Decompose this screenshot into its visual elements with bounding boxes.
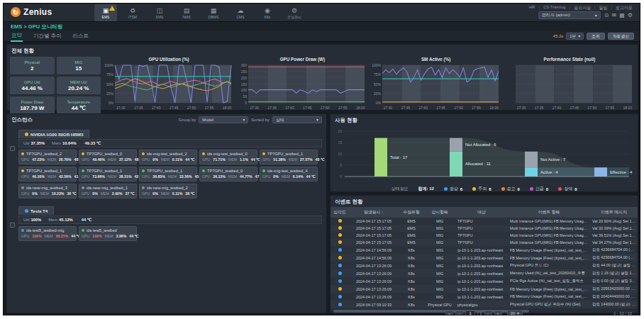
- page-size-select[interactable]: 20▾: [507, 310, 523, 315]
- chart-title: GPU Utilization (%): [104, 57, 234, 63]
- group-by-select[interactable]: Model▾: [199, 116, 248, 123]
- apps-icon[interactable]: ▦: [619, 12, 625, 18]
- event-target: ip-10-1-1-203.ap-northeast: [455, 246, 508, 254]
- tab-기간별 추이[interactable]: 기간별 추이: [33, 31, 62, 41]
- auto-refresh-button[interactable]: 자동갱신: [608, 33, 634, 40]
- last-page-button[interactable]: »: [494, 310, 502, 316]
- next-page-button[interactable]: ›: [484, 310, 492, 316]
- column-header[interactable]: 감시항목: [424, 207, 455, 218]
- event-item: FB Memory Usage (Free) (bytes)_val_test_…: [508, 293, 590, 301]
- tab-리스트[interactable]: 리스트: [72, 31, 90, 41]
- prev-page-button[interactable]: ‹: [455, 310, 463, 316]
- menu-item-itsm[interactable]: ♻ITSM: [121, 4, 144, 21]
- legend-item[interactable]: 긴급0: [530, 186, 548, 192]
- instance-card[interactable]: TP7GPU_testbed_1GPU73.66%MEM28.51%42 ℃: [79, 167, 137, 181]
- instance-card[interactable]: ids-new-mig_testbed_1GPU0%MEM2.92%37 ℃: [79, 184, 137, 198]
- column-header[interactable]: 대상: [455, 207, 508, 218]
- profile-icon[interactable]: ⊙: [604, 12, 609, 18]
- svg-text:Active : 4: Active : 4: [540, 170, 558, 174]
- instance-card[interactable]: TP7GPU_testbed_2GPU47.23%MEM26.76%48 ℃: [18, 150, 77, 164]
- top-link[interactable]: HR: [529, 5, 535, 11]
- instance-card[interactable]: TP7GPU_testbed_0GPU49.46%MEM27.12%48 ℃: [79, 150, 137, 164]
- top-link[interactable]: 원격지원: [574, 5, 591, 11]
- instance-card[interactable]: ids-new-mig_testbed_2GPU0%MEM0.11%38 ℃: [139, 184, 197, 198]
- column-header[interactable]: 발생일시 ↓: [349, 207, 399, 218]
- legend-item[interactable]: 주의6: [472, 186, 491, 192]
- instance-card[interactable]: TP7GPU_testbed_1GPU51.38%MEM27.57%48 ℃: [260, 150, 318, 164]
- top-link[interactable]: 로그아웃: [616, 5, 633, 11]
- instance-card[interactable]: ids-mig-test_testbed_4GPU0%MEM0.14%44 ℃: [260, 167, 318, 181]
- chart-plot: 300250200150100500: [237, 63, 367, 106]
- usage-legend: 상태정보합계: 12정상6주의6경고0긴급0장애0: [331, 186, 638, 192]
- menu-item-nms[interactable]: ▤NMS: [175, 4, 198, 21]
- group-checkbox[interactable]: [10, 223, 15, 228]
- top-link[interactable]: CS Training: [543, 5, 565, 11]
- instance-name: TP7GPU_testbed_0: [207, 169, 243, 173]
- overview-panel: 전체 현황 Physical2MIG15GPU Util44.46 %MEM U…: [6, 44, 638, 111]
- event-row[interactable]: 2024-04-17 13:26:09K8sMIGip-10-1-1-203.a…: [331, 262, 638, 269]
- event-row[interactable]: 2024-04-17 13:26:09K8sMIGip-10-1-1-203.a…: [331, 285, 638, 293]
- column-header[interactable]: 이벤트 항목: [508, 207, 590, 218]
- legend-item[interactable]: 장애0: [558, 186, 577, 192]
- menu-item-label: CMS: [236, 15, 244, 19]
- breadcrumb-bar: EMS > GPU 모니터링: [4, 22, 640, 31]
- instance-name: TP7GPU_testbed_2: [26, 152, 62, 156]
- menu-item-운영관리[interactable]: ⚙운영관리: [283, 4, 306, 21]
- instance-card[interactable]: TP7GPU_testbed_1GPU36.85%MEM33.56%45 ℃: [139, 167, 197, 181]
- status-dot-icon: [262, 152, 265, 155]
- user-select[interactable]: 관리자 (admin) ▾: [538, 11, 601, 19]
- event-row[interactable]: 2024-04-17 14:56:09K8sMIGip-10-1-1-203.a…: [331, 246, 638, 254]
- event-row[interactable]: 2024-04-17 13:26:09K8sMIGip-10-1-1-203.a…: [331, 277, 638, 285]
- menu-item-label: NMS: [182, 15, 190, 19]
- legend-item[interactable]: 경고0: [501, 186, 520, 192]
- event-row[interactable]: 2024-04-17 15:17:05EMSMIGTP7GPUMulti Ins…: [331, 232, 638, 239]
- svg-text:200: 200: [241, 76, 248, 80]
- event-row[interactable]: 2024-04-17 13:26:09K8sMIGip-10-1-1-203.a…: [331, 269, 638, 277]
- menu-item-cms[interactable]: ☁CMS: [229, 4, 252, 21]
- logo[interactable]: ↻ Zenius: [11, 7, 52, 17]
- instance-card[interactable]: ids-test5_testbed-migGPU100%MEM89.25%44 …: [18, 226, 77, 241]
- sort-by-select[interactable]: 상태▾: [272, 116, 322, 123]
- group-header[interactable]: NVIDIA H100 80GB HBM3: [18, 130, 89, 138]
- menu-item-sms[interactable]: ◫SMS: [148, 4, 171, 21]
- group-checkbox[interactable]: [10, 146, 15, 151]
- event-row[interactable]: 2024-04-17 15:17:05EMSMIGTP7GPUMulti Ins…: [331, 239, 638, 246]
- instance-group: Tesla T4Util100%Mem45.12%44 ℃ids-test5_t…: [18, 203, 322, 241]
- instance-card[interactable]: ids-mig-test_testbed_2GPU0%MEM0.11%44 ℃: [139, 150, 197, 164]
- event-row[interactable]: 2024-04-17 15:17:05EMSMIGTP7GPUMulti Ins…: [331, 218, 638, 225]
- column-header[interactable]: 이벤트 메시지: [590, 207, 638, 218]
- svg-text:50%: 50%: [373, 82, 381, 86]
- tab-요약[interactable]: 요약: [11, 30, 23, 42]
- menu-item-k8s[interactable]: ◉K8s: [256, 4, 279, 21]
- instance-card[interactable]: ids-test5_testbedGPU100%MEM2.96%44 ℃: [79, 226, 137, 241]
- group-header[interactable]: Tesla T4: [18, 206, 54, 215]
- instance-card-header: TP7GPU_testbed_1: [82, 169, 134, 173]
- instance-card[interactable]: TP7GPU_testbed_1GPU40.16%MEM42.56%41 ℃: [18, 167, 77, 181]
- current-page[interactable]: 1: [465, 310, 475, 316]
- instance-card[interactable]: ids-mig-test_testbed_0GPU71.71%MEM1.1%44…: [199, 150, 257, 164]
- event-row[interactable]: 2024-04-17 13:26:09K8sMIGip-10-1-1-203.a…: [331, 293, 638, 301]
- mem-label: MEM: [168, 174, 177, 179]
- top-link[interactable]: 알림: [599, 5, 607, 11]
- event-row[interactable]: 2024-04-17 15:17:05EMSMIGTP7GPUMulti Ins…: [331, 225, 638, 232]
- event-row[interactable]: 2024-04-17 09:10:33K8sPhysical GPUphysic…: [331, 301, 638, 308]
- instance-card[interactable]: TP7GPU_testbed_0GPU36.12%MEM44.77%47 ℃: [199, 167, 257, 181]
- event-target: TP7GPU: [455, 225, 508, 232]
- column-header[interactable]: 수집유형: [399, 207, 424, 218]
- column-header[interactable]: 심각도: [331, 207, 349, 218]
- event-row[interactable]: 2024-04-17 14:56:09K8sMIGip-10-1-1-203.a…: [331, 254, 638, 262]
- group-stat-value: 37.35%: [30, 141, 45, 145]
- instance-card[interactable]: ids-new-mig_testbed_3GPU0%MEM16.23%36 ℃: [18, 184, 77, 198]
- menu-item-dbms[interactable]: ▦DBMS: [202, 4, 225, 21]
- mail-icon[interactable]: ✉: [612, 12, 617, 18]
- search-button[interactable]: 조회: [587, 33, 605, 40]
- nms-icon: ▤: [184, 7, 190, 14]
- event-message: Val 30.39% (Avg) Set 10.00% (More than): [590, 225, 638, 232]
- menu-item-ems[interactable]: ▣EMS: [94, 4, 117, 21]
- stat-value: 187.79 W: [20, 105, 44, 111]
- refresh-interval-select[interactable]: 1분▾: [566, 33, 584, 40]
- event-item: Multi Instance GPU(MIG) FB Memory Usage …: [508, 232, 590, 239]
- settings-icon[interactable]: ⚙: [628, 12, 633, 18]
- first-page-button[interactable]: «: [445, 310, 453, 316]
- legend-item[interactable]: 정상6: [444, 186, 462, 192]
